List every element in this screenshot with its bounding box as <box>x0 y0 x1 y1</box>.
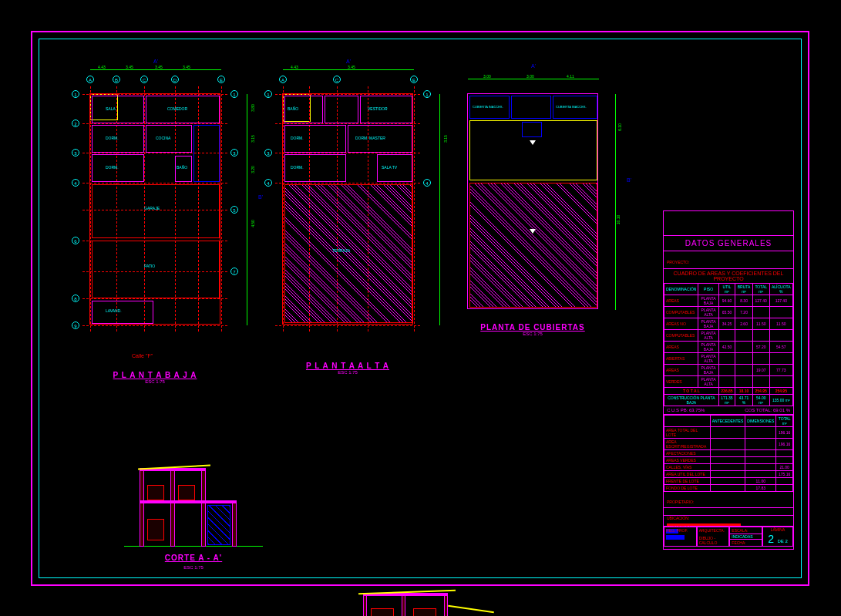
dimension: 3.15 <box>251 135 255 143</box>
dimension: 3.45 <box>126 65 133 69</box>
slope-arrow-icon <box>530 229 536 234</box>
planta-baja-plan: A B C D E 1 2 3 4 6 8 9 1 3 5 7 4.43 <box>89 93 220 325</box>
plan-scale: ESC 1:75 <box>62 379 247 384</box>
room-label: DORM. <box>291 165 304 170</box>
planta-cubiertas-block: 3.00 3.00 4.11 6.10 10.10 CUBIERTA INACC… <box>448 62 617 355</box>
sheet-number: 2 <box>768 533 774 545</box>
grid-bubble: 8 <box>72 295 79 303</box>
room-label: VESTIDOR <box>368 106 388 111</box>
room-label: DORM. MASTER <box>355 136 385 140</box>
grid-bubble: 3 <box>231 150 237 157</box>
room-label: DORM. <box>106 165 119 170</box>
corte-b-block: CORTE B - B' ESC 1:75 <box>294 556 540 616</box>
regprof-label: REG. PROF. <box>666 528 688 533</box>
room-label: BAÑO <box>288 106 298 111</box>
propietario-label: PROPIETARIO: <box>667 500 694 504</box>
grid-bubble: 1 <box>231 91 237 99</box>
grid-bubble: 9 <box>72 322 79 330</box>
planta-alta-plan: A C E 1 3 4 1 4 4.43 3.45 3.15 BAÑO VEST… <box>282 93 413 325</box>
plan-scale: ESC 1:75 <box>124 565 263 570</box>
cos-value: 69.01 % <box>773 408 790 412</box>
escala-label: ESCALA: <box>732 528 748 533</box>
cus-value: 63.75% <box>689 408 705 412</box>
grid-bubble: 2 <box>72 120 79 128</box>
plan-title-cubiertas: PLANTA DE CUBIERTAS <box>448 323 617 332</box>
dimension: 4.43 <box>291 65 298 69</box>
planta-baja-block: A B C D E 1 2 3 4 6 8 9 1 3 5 7 4.43 <box>62 62 247 402</box>
room-label: DORM. <box>291 136 304 140</box>
grid-bubble: C <box>141 76 147 84</box>
arquitecta-label: ARQUITECTA: <box>699 528 725 533</box>
title-block: DATOS GENERALES PROYECTO: CUADRO DE AREA… <box>663 210 794 550</box>
room-label: GARAJE <box>144 206 160 210</box>
room-label: SALA TV <box>382 165 397 170</box>
dimension: 3.45 <box>348 65 355 69</box>
dimension: 4.43 <box>98 65 106 69</box>
grid-bubble: D <box>172 76 178 84</box>
titleblock-header: DATOS GENERALES <box>664 236 793 251</box>
dibujo-label: DIBUJO - CALCULO <box>699 536 729 545</box>
room-label: TERRAZA <box>332 248 350 253</box>
areas-table: DENOMINACIÓN PISO UTIL m² BRUTA m² TOTAL… <box>664 283 793 406</box>
lamina-label: LÁMINA <box>763 527 792 532</box>
dimension: 3.20 <box>251 166 255 173</box>
dimension: 3.45 <box>155 65 163 69</box>
room-label: PATIO <box>144 264 155 268</box>
sheet-of: DE 2 <box>777 539 787 544</box>
plan-scale: ESC 1:75 <box>263 370 432 375</box>
room-label: SALA <box>106 106 116 111</box>
col-header: BRUTA m² <box>735 284 753 295</box>
room-label: LAVAND. <box>106 308 122 313</box>
grid-bubble: A <box>87 76 93 84</box>
construccion-label: CONSTRUCCIÓN PLANTA BAJA <box>664 395 719 406</box>
grid-bubble: 3 <box>72 150 79 157</box>
cus-label: C.U.S PB: <box>667 408 688 412</box>
col-header: PISO <box>698 284 718 295</box>
col-header: UTIL m² <box>718 284 735 295</box>
dimension: 4.50 <box>251 220 255 227</box>
cuadro-areas-title: CUADRO DE AREAS Y COEFICIENTES DEL PROYE… <box>664 269 793 283</box>
plan-title-alta: P L A N T A A L T A <box>263 362 432 370</box>
col-header: TOTAL m² <box>752 284 769 295</box>
grid-bubble: 6 <box>72 237 79 245</box>
plan-title-baja: P L A N T A B A J A <box>62 371 247 379</box>
corte-a-block: CORTE A - A' ESC 1:75 <box>124 433 263 556</box>
inner-frame: A B C D E 1 2 3 4 6 8 9 1 3 5 7 4.43 <box>39 39 802 578</box>
planta-alta-block: A C E 1 3 4 1 4 4.43 3.45 3.15 BAÑO VEST… <box>263 62 432 386</box>
lot-table: ANTECEDENTESDIMENSIONESTOTAL m² AREA TOT… <box>664 415 793 492</box>
dimension: 3.45 <box>183 65 190 69</box>
grid-bubble: 4 <box>72 180 79 187</box>
drawing-sheet-frame: A B C D E 1 2 3 4 6 8 9 1 3 5 7 4.43 <box>31 31 809 586</box>
room-label: BAÑO <box>177 165 187 170</box>
section-title-a: CORTE A - A' <box>124 554 263 562</box>
proyecto-label: PROYECTO: <box>667 260 689 264</box>
slope-arrow-icon <box>530 140 536 145</box>
total-label: T O T A L <box>664 388 719 395</box>
section-cut-mark: B' <box>627 177 631 183</box>
room-label: COMEDOR <box>167 106 187 111</box>
room-label: DORM. <box>106 136 119 140</box>
section-cut-mark: A' <box>346 59 351 64</box>
section-cut-mark: A' <box>153 59 158 64</box>
grid-bubble: 5 <box>231 207 237 214</box>
cos-label: COS TOTAL: <box>745 408 772 412</box>
fecha-label: FECHA: <box>730 539 762 546</box>
col-header: DENOMINACIÓN <box>664 284 698 295</box>
dimension: 3.80 <box>251 104 255 112</box>
planta-cubiertas-plan: 3.00 3.00 4.11 6.10 10.10 CUBIERTA INACC… <box>467 93 598 309</box>
grid-bubble: B <box>113 76 119 84</box>
grid-bubble: E <box>218 76 224 84</box>
col-header: ALÍCUOTA % <box>769 284 792 295</box>
grid-bubble: 7 <box>231 268 237 276</box>
street-label: Calle "F" <box>132 353 153 358</box>
section-cut-mark: A' <box>531 63 536 69</box>
plan-scale: ESC 1:75 <box>448 332 617 336</box>
grid-bubble: 1 <box>72 91 79 99</box>
room-label: COCINA <box>156 136 170 140</box>
